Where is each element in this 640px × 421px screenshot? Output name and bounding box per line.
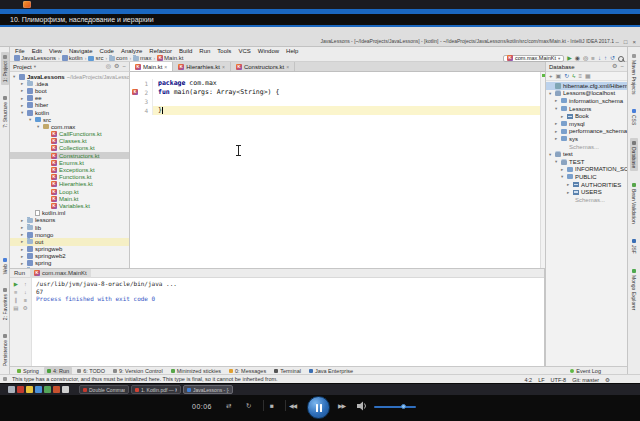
db-item-lessons-localhost[interactable]: ▾Lessons@localhost [546, 90, 627, 98]
volume-icon[interactable] [357, 401, 368, 411]
project-item-enums-kt[interactable]: KEnums.kt [10, 159, 129, 166]
shuffle-button[interactable]: ⇄ [226, 402, 231, 410]
rerun-button[interactable]: ▶ [14, 281, 18, 287]
volume-slider-handle[interactable] [401, 404, 406, 409]
kotlin-run-gutter-icon[interactable]: K [132, 89, 138, 95]
project-item-boot[interactable]: ▸boot [10, 87, 129, 94]
project-item-out[interactable]: ▸out [10, 238, 129, 245]
toolwindow-tab-css[interactable]: CSS [630, 106, 638, 128]
taskbar-window-double-command[interactable]: Double Command... [79, 385, 129, 394]
project-item-functions-kt[interactable]: KFunctions.kt [10, 174, 129, 181]
hide-button[interactable]: − [620, 63, 624, 70]
project-item-com-max[interactable]: ▾com.max [10, 123, 129, 130]
project-item-lessons[interactable]: ▸lessons [10, 217, 129, 224]
project-item-springweb[interactable]: ▸springweb [10, 246, 129, 253]
toolwindow-tab-1-project[interactable]: 1: Project [1, 52, 9, 85]
project-item-javalessons[interactable]: ▾JavaLessons ~/IdeaProjects/JavaLessons [10, 73, 129, 80]
toolwindow-tab-bean-validation[interactable]: Bean Validation [630, 180, 638, 227]
vcs-update-button[interactable]: ↓ [598, 55, 601, 62]
app-icon-2[interactable] [17, 386, 24, 393]
rewind-button[interactable]: ◀◀ [289, 402, 296, 409]
maximize-button[interactable]: □ [624, 39, 628, 45]
db-item-users[interactable]: ▸USERS [546, 188, 627, 196]
run-panel-tab[interactable]: K com.max.MainKt [30, 269, 91, 278]
app-icon-4[interactable] [35, 386, 42, 393]
soft-wrap-button[interactable]: ≡ [24, 297, 27, 303]
settings-button[interactable]: ⚙ [612, 63, 617, 70]
breadcrumb-main-kt[interactable]: KMain.kt [157, 55, 183, 61]
db-item-mysql[interactable]: ▸mysql [546, 120, 627, 128]
toolwindow-tab-7-structure[interactable]: 7: Structure [1, 93, 9, 131]
breadcrumb-src[interactable]: src [88, 55, 103, 61]
settings-icon[interactable]: ⚙ [605, 377, 610, 383]
duplicate-button[interactable]: ▣ [556, 73, 562, 80]
taskbar-window-1-kotlin-pdf-kotl[interactable]: 1. Kotlin.pdf — Kotl... [131, 385, 181, 394]
scroll-to-end-button[interactable]: ▤ [13, 305, 18, 311]
toolwindow-tab-database[interactable]: Database [630, 138, 638, 171]
menu-analyze[interactable]: Analyze [121, 48, 142, 54]
project-item-hiber[interactable]: ▸hiber [10, 102, 129, 109]
menu-refactor[interactable]: Refactor [149, 48, 172, 54]
fast-forward-button[interactable]: ▶▶ [338, 402, 345, 409]
inspections-profile-icon[interactable] [3, 377, 7, 381]
project-item-collections-kt[interactable]: KCollections.kt [10, 145, 129, 152]
tab-hierarhies-kt[interactable]: KHierarhies.kt× [173, 62, 231, 71]
rollback-button[interactable]: ↺ [610, 55, 615, 62]
loop-button[interactable]: ↻ [246, 402, 251, 410]
project-item-variables-kt[interactable]: KVariables.kt [10, 202, 129, 209]
database-panel-title[interactable]: Database [549, 64, 575, 70]
db-item-test[interactable]: ▾test [546, 150, 627, 158]
project-item-callfunctions-kt[interactable]: KCallFunctions.kt [10, 131, 129, 138]
menu-help[interactable]: Help [286, 48, 298, 54]
close-icon[interactable]: × [286, 64, 289, 70]
app-icon-3[interactable] [26, 386, 33, 393]
menu-tools[interactable]: Tools [217, 48, 231, 54]
menu-run[interactable]: Run [199, 48, 210, 54]
up-stack-button[interactable]: ↑ [24, 281, 27, 287]
db-item-schemas[interactable]: Schemas... [546, 196, 627, 204]
toolwindow-tab-web[interactable]: Web [1, 255, 9, 277]
run-button[interactable]: ▶ [567, 55, 572, 62]
project-item-classes-kt[interactable]: KClasses.kt [10, 138, 129, 145]
db-item-schemas[interactable]: Schemas... [546, 143, 627, 151]
console-settings-button[interactable]: ⚙ [23, 305, 28, 311]
project-item-loop-kt[interactable]: KLoop.kt [10, 188, 129, 195]
project-item-springweb2[interactable]: ▸springweb2 [10, 253, 129, 260]
close-icon[interactable]: × [164, 64, 167, 70]
db-item-test[interactable]: ▾TEST [546, 158, 627, 166]
db-item-book[interactable]: ▸Book [546, 112, 627, 120]
close-icon[interactable]: × [222, 64, 225, 70]
menu-file[interactable]: File [15, 48, 25, 54]
menu-vcs[interactable]: VCS [238, 48, 250, 54]
app-icon-7[interactable] [62, 386, 69, 393]
db-item-public[interactable]: ▾PUBLIC [546, 173, 627, 181]
db-item-sys[interactable]: ▸sys [546, 135, 627, 143]
status-lf[interactable]: LF [538, 377, 544, 383]
coverage-button[interactable]: ◎ [583, 55, 588, 62]
toolwindow-tab-maven-projects[interactable]: Maven Projects [630, 51, 638, 97]
db-item-lessons[interactable]: ▾Lessons [546, 105, 627, 113]
code-line[interactable]: package com.max [153, 79, 540, 88]
breadcrumb-com[interactable]: com [109, 55, 127, 61]
stop-button[interactable]: ■ [14, 289, 17, 295]
breadcrumb-javalessons[interactable]: JavaLessons [14, 55, 56, 61]
menu-view[interactable]: View [49, 48, 62, 54]
project-item-exceptions-kt[interactable]: KExceptions.kt [10, 166, 129, 173]
project-item-kotlin-iml[interactable]: kotlin.iml [10, 210, 129, 217]
menu-window[interactable]: Window [258, 48, 279, 54]
stop-button[interactable]: ■ [591, 55, 595, 62]
connect-button[interactable]: ϟ [572, 73, 575, 80]
project-item-hierarhies-kt[interactable]: KHierarhies.kt [10, 181, 129, 188]
taskbar-window-javalessons-i[interactable]: JavaLessons - [~/I... [183, 385, 233, 394]
status-4-2[interactable]: 4:2 [524, 377, 532, 383]
menu-edit[interactable]: Edit [32, 48, 42, 54]
project-item-src[interactable]: ▾src [10, 116, 129, 123]
project-item-constructors-kt[interactable]: KConstructors.kt [10, 152, 129, 159]
project-item-main-kt[interactable]: KMain.kt [10, 195, 129, 202]
code-line[interactable]: fun main(args: Array<String>) { [153, 88, 540, 97]
menu-code[interactable]: Code [100, 48, 114, 54]
db-item-information-schema[interactable]: ▸INFORMATION_SCHEMA [546, 166, 627, 174]
db-item-information-schema[interactable]: ▸information_schema [546, 97, 627, 105]
db-item-authorities[interactable]: ▸AUTHORITIES [546, 181, 627, 189]
play-pause-button[interactable] [307, 396, 330, 419]
